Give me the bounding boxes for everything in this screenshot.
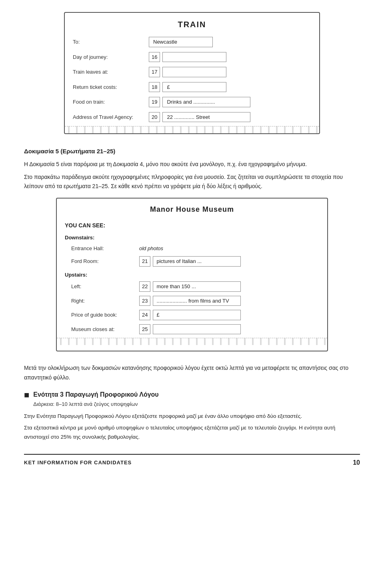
section3-body: Στην Ενότητα Παραγωγή Προφορικού Λόγου ε… <box>24 412 360 442</box>
train-form-title: TRAIN <box>65 13 319 34</box>
museum-label-right: Right: <box>71 297 135 305</box>
section3-title-block: Ενότητα 3 Παραγωγή Προφορικού Λόγου Διάρ… <box>33 390 360 408</box>
train-field-to: Newcastle <box>149 37 213 47</box>
museum-you-can-see: YOU CAN SEE: <box>65 218 319 231</box>
museum-num-right: 23 <box>139 296 150 306</box>
train-value-leaves <box>162 67 226 77</box>
museum-form: Manor House Museum YOU CAN SEE: Downstai… <box>56 198 328 351</box>
instructions-block-1: Δοκιμασία 5 (Ερωτήματα 21–25) Η Δοκιμασί… <box>24 146 360 191</box>
train-field-ticket: 18 £ <box>149 82 226 92</box>
museum-row-entrance: Entrance Hall: old photos <box>65 243 319 255</box>
train-field-address: 20 22 .............. Street <box>149 112 250 122</box>
train-label-to: To: <box>73 38 149 46</box>
section3-header: ■ Ενότητα 3 Παραγωγή Προφορικού Λόγου Δι… <box>24 390 360 408</box>
museum-body: YOU CAN SEE: Downstairs: Entrance Hall: … <box>57 218 327 336</box>
train-row-to: To: Newcastle <box>65 34 319 50</box>
train-value-address: 22 .............. Street <box>162 112 250 122</box>
train-label-address: Address of Travel Agency: <box>73 113 149 121</box>
train-label-day: Day of journey: <box>73 53 149 61</box>
museum-label-closes: Museum closes at: <box>71 325 135 333</box>
museum-upstairs: Upstairs: <box>65 269 319 280</box>
train-row-address: Address of Travel Agency: 20 22 ........… <box>65 110 319 125</box>
train-value-ticket: £ <box>162 82 226 92</box>
museum-label-entrance: Entrance Hall: <box>71 245 135 253</box>
footer-para: Μετά την ολοκλήρωση των δοκιμασιών καταν… <box>24 363 360 383</box>
museum-field-entrance: old photos <box>139 245 319 253</box>
train-label-food: Food on train: <box>73 98 149 106</box>
museum-value-left: more than 150 ... <box>153 281 241 292</box>
museum-field-ford: 21 pictures of Italian ... <box>139 256 319 267</box>
section3-icon: ■ <box>24 390 29 400</box>
footer-instructions: Μετά την ολοκλήρωση των δοκιμασιών καταν… <box>24 363 360 383</box>
train-field-leaves: 17 <box>149 67 226 77</box>
train-num-ticket: 18 <box>149 82 160 92</box>
torn-bottom-train <box>65 126 319 133</box>
train-value-day <box>162 52 226 62</box>
train-form: TRAIN To: Newcastle Day of journey: 16 T… <box>64 12 320 134</box>
train-row-day: Day of journey: 16 <box>65 50 319 65</box>
museum-label-ford: Ford Room: <box>71 257 135 265</box>
train-row-leaves: Train leaves at: 17 <box>65 64 319 80</box>
museum-value-closes <box>153 324 241 335</box>
instructions-para2: Στο παρακάτω παράδειγμα ακούτε ηχογραφημ… <box>24 173 360 192</box>
museum-num-left: 22 <box>139 281 150 292</box>
museum-value-right: ..................... from films and TV <box>153 296 241 306</box>
museum-field-left: 22 more than 150 ... <box>139 281 319 292</box>
museum-row-ford: Ford Room: 21 pictures of Italian ... <box>65 254 319 269</box>
train-num-leaves: 17 <box>149 67 160 77</box>
museum-field-closes: 25 <box>139 324 319 335</box>
section3-title: Ενότητα 3 Παραγωγή Προφορικού Λόγου <box>33 390 360 399</box>
instructions-para1: Η Δοκιμασία 5 είναι παρόμοια με τη Δοκιμ… <box>24 160 360 169</box>
train-label-leaves: Train leaves at: <box>73 68 149 76</box>
museum-num-ford: 21 <box>139 256 150 267</box>
torn-bottom-museum <box>57 338 327 345</box>
museum-row-closes: Museum closes at: 25 <box>65 322 319 337</box>
train-field-food: 19 Drinks and ............... <box>149 97 250 107</box>
train-row-ticket: Return ticket costs: 18 £ <box>65 80 319 95</box>
footer-left-text: KET INFORMATION FOR CANDIDATES <box>24 459 132 467</box>
museum-row-price: Price of guide book: 24 £ <box>65 308 319 322</box>
museum-value-ford: pictures of Italian ... <box>153 256 241 267</box>
page-footer: KET INFORMATION FOR CANDIDATES 10 <box>24 454 360 468</box>
train-label-ticket: Return ticket costs: <box>73 83 149 91</box>
train-num-address: 20 <box>149 112 160 122</box>
museum-value-price: £ <box>153 310 241 320</box>
footer-page-number: 10 <box>353 458 360 468</box>
museum-field-right: 23 ..................... from films and … <box>139 296 319 306</box>
train-field-day: 16 <box>149 52 226 62</box>
museum-title: Manor House Museum <box>57 199 327 218</box>
museum-num-price: 24 <box>139 310 150 320</box>
train-value-to: Newcastle <box>149 37 213 47</box>
section3-subtitle: Διάρκεια: 8–10 λεπτά ανά ζεύγος υποψηφίω… <box>33 400 360 408</box>
section3-para2: Στα εξεταστικά κέντρα με μονό αριθμό υπο… <box>24 423 360 442</box>
train-value-food: Drinks and ............... <box>162 97 250 107</box>
museum-label-left: Left: <box>71 283 135 291</box>
train-row-food: Food on train: 19 Drinks and ...........… <box>65 94 319 110</box>
museum-label-price: Price of guide book: <box>71 311 135 319</box>
train-num-food: 19 <box>149 97 160 107</box>
instructions-heading-1: Δοκιμασία 5 (Ερωτήματα 21–25) <box>24 146 360 157</box>
museum-value-entrance: old photos <box>139 245 163 253</box>
museum-field-price: 24 £ <box>139 310 319 320</box>
museum-downstairs: Downstairs: <box>65 231 319 243</box>
museum-num-closes: 25 <box>139 324 150 335</box>
section3-para1: Στην Ενότητα Παραγωγή Προφορικού Λόγου ε… <box>24 412 360 421</box>
train-num-day: 16 <box>149 52 160 62</box>
museum-row-right: Right: 23 ..................... from fil… <box>65 294 319 308</box>
museum-row-left: Left: 22 more than 150 ... <box>65 279 319 294</box>
